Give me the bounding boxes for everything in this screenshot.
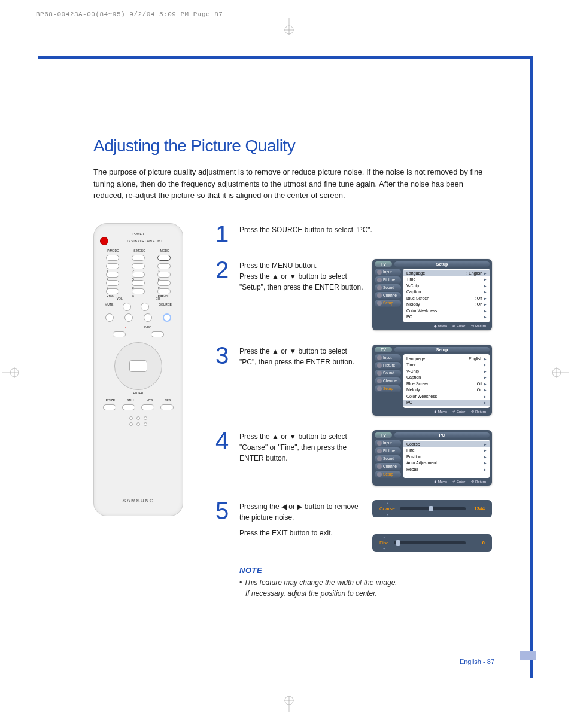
move-hint: ◆ Move xyxy=(434,479,447,483)
osd-side-input: Input xyxy=(375,440,401,447)
osd-row: V-Chip ▶ xyxy=(406,283,487,290)
osd-row: Coarse ▶ xyxy=(403,441,490,448)
chevron-right-icon: ▶ xyxy=(484,303,487,306)
menu-icon xyxy=(377,301,382,306)
note-block: NOTE • This feature may change the width… xyxy=(239,566,492,599)
page-frame: Adjusting the Picture Quality The purpos… xyxy=(38,56,533,678)
osd-side-picture: Picture xyxy=(375,276,401,284)
osd-setup-1: TVSetup InputPictureSoundChannelSetup La… xyxy=(372,259,492,330)
osd-row: Caption ▶ xyxy=(406,374,487,381)
osd-side-picture: Picture xyxy=(375,362,401,369)
chevron-right-icon: ▶ xyxy=(484,461,487,465)
step-3: 3 Press the ▲ or ▼ button to select "PC"… xyxy=(215,345,492,416)
menu-icon xyxy=(377,379,382,383)
menu-icon xyxy=(377,355,382,360)
remote-control-illustration: POWER TV STB VCR CABLE DVD P.MODE S.MODE… xyxy=(93,223,183,516)
osd-side-input: Input xyxy=(375,354,401,361)
osd-row: Blue Screen: Off ▶ xyxy=(406,381,487,388)
chevron-right-icon: ▶ xyxy=(484,297,487,300)
osd-row: Fine ▶ xyxy=(406,447,487,454)
move-hint: ◆ Move xyxy=(434,409,447,413)
return-hint: ⟲ Return xyxy=(471,324,486,328)
osd-row: Language: English ▶ xyxy=(403,270,490,277)
return-hint: ⟲ Return xyxy=(471,479,486,483)
chevron-right-icon: ▶ xyxy=(484,357,487,361)
menu-icon xyxy=(377,371,382,376)
brand-logo: SAMSUNG xyxy=(94,498,183,504)
step-number: 1 xyxy=(215,223,231,245)
osd-row: V-Chip ▶ xyxy=(406,368,487,375)
osd-row: Position ▶ xyxy=(406,454,487,461)
osd-row: Color Weakness ▶ xyxy=(406,308,487,315)
osd-side-input: Input xyxy=(375,269,401,276)
step-4: 4 Press the ▲ or ▼ button to select "Coa… xyxy=(215,430,492,486)
menu-icon xyxy=(377,464,382,469)
thumb-tab-icon xyxy=(520,651,536,660)
power-button-icon xyxy=(100,237,108,245)
step-2: 2 Press the MENU button. Press the ▲ or … xyxy=(215,259,492,330)
osd-side-setup: Setup xyxy=(375,385,401,392)
chevron-right-icon: ▶ xyxy=(484,278,487,281)
menu-icon xyxy=(377,285,382,290)
chevron-right-icon: ▶ xyxy=(484,309,487,313)
enter-hint: ↵ Enter xyxy=(452,409,465,413)
crop-mark-right-icon xyxy=(547,364,569,384)
osd-row: PC ▶ xyxy=(403,400,490,406)
osd-side-channel: Channel xyxy=(375,292,401,299)
chevron-right-icon: ▶ xyxy=(484,272,487,275)
step-text: Press the SOURCE button to select "PC". xyxy=(239,223,492,240)
intro-paragraph: The purpose of picture quality adjustmen… xyxy=(93,166,492,202)
osd-side-picture: Picture xyxy=(375,447,401,455)
osd-row: Blue Screen: Off ▶ xyxy=(406,296,487,302)
menu-icon xyxy=(377,441,382,446)
chevron-right-icon: ▶ xyxy=(484,449,487,452)
menu-icon xyxy=(377,386,382,391)
chevron-right-icon: ▶ xyxy=(484,376,487,379)
crop-mark-bottom-icon xyxy=(280,691,298,715)
menu-icon xyxy=(377,472,382,477)
return-hint: ⟲ Return xyxy=(471,409,486,413)
osd-row: Recall ▶ xyxy=(406,467,487,473)
osd-side-sound: Sound xyxy=(375,455,401,462)
menu-icon xyxy=(377,456,382,461)
osd-row: Time ▶ xyxy=(406,276,487,283)
osd-row: PC ▶ xyxy=(406,314,487,321)
slider-thumb-icon xyxy=(429,506,433,511)
chevron-right-icon: ▶ xyxy=(484,401,487,404)
osd-side-setup: Setup xyxy=(375,471,401,478)
chevron-right-icon: ▶ xyxy=(484,468,487,471)
osd-row: Auto Adjustment ▶ xyxy=(406,460,487,467)
note-heading: NOTE xyxy=(239,566,492,575)
page-title: Adjusting the Picture Quality xyxy=(93,136,492,156)
osd-side-channel: Channel xyxy=(375,377,401,385)
osd-side-sound: Sound xyxy=(375,284,401,291)
osd-setup-2: TVSetup InputPictureSoundChannelSetup La… xyxy=(372,345,492,416)
menu-icon xyxy=(377,278,382,282)
osd-slider-coarse: ▲Coarse▼ 1344 xyxy=(372,500,492,517)
osd-row: Melody: On ▶ xyxy=(406,387,487,394)
osd-side-channel: Channel xyxy=(375,463,401,470)
mute-icon xyxy=(105,313,114,322)
osd-side-sound: Sound xyxy=(375,370,401,377)
osd-pc: TVPC InputPictureSoundChannelSetup Coars… xyxy=(372,430,492,486)
step-5: 5 Pressing the ◀ or ▶ button to remove t… xyxy=(215,500,492,552)
step-1: 1 Press the SOURCE button to select "PC"… xyxy=(215,223,492,245)
osd-row: Caption ▶ xyxy=(406,289,487,296)
menu-icon xyxy=(377,293,382,298)
enter-hint: ↵ Enter xyxy=(452,324,465,328)
chevron-right-icon: ▶ xyxy=(484,388,487,392)
chevron-right-icon: ▶ xyxy=(484,382,487,386)
chevron-right-icon: ▶ xyxy=(484,443,487,446)
chevron-right-icon: ▶ xyxy=(484,455,487,459)
osd-row: Melody: On ▶ xyxy=(406,301,487,308)
chevron-right-icon: ▶ xyxy=(484,290,487,294)
menu-icon xyxy=(377,449,382,453)
chevron-right-icon: ▶ xyxy=(484,395,487,398)
slider-thumb-icon xyxy=(396,540,400,546)
enter-hint: ↵ Enter xyxy=(452,479,465,483)
chevron-right-icon: ▶ xyxy=(484,370,487,373)
chevron-right-icon: ▶ xyxy=(484,363,487,367)
chevron-right-icon: ▶ xyxy=(484,315,487,319)
print-slug: BP68-00423A-00(84~95) 9/2/04 5:09 PM Pag… xyxy=(36,11,223,18)
crop-mark-left-icon xyxy=(2,364,24,384)
